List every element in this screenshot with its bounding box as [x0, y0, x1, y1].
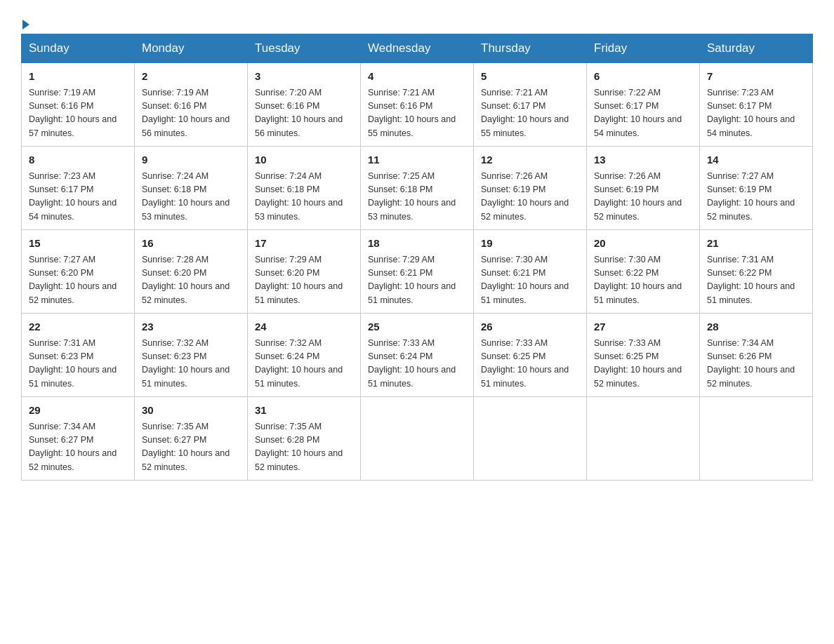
day-number: 24	[255, 319, 353, 335]
day-number: 26	[481, 319, 579, 335]
day-info: Sunrise: 7:27 AMSunset: 6:20 PMDaylight:…	[29, 253, 127, 308]
calendar-cell: 22 Sunrise: 7:31 AMSunset: 6:23 PMDaylig…	[22, 314, 135, 397]
day-number: 10	[255, 152, 353, 168]
calendar-cell: 29 Sunrise: 7:34 AMSunset: 6:27 PMDaylig…	[22, 397, 135, 481]
calendar-week-5: 29 Sunrise: 7:34 AMSunset: 6:27 PMDaylig…	[22, 397, 813, 481]
calendar-cell: 2 Sunrise: 7:19 AMSunset: 6:16 PMDayligh…	[135, 63, 248, 147]
calendar-cell: 5 Sunrise: 7:21 AMSunset: 6:17 PMDayligh…	[474, 63, 587, 147]
day-number: 6	[594, 69, 692, 85]
calendar-cell	[474, 397, 587, 481]
day-info: Sunrise: 7:23 AMSunset: 6:17 PMDaylight:…	[29, 170, 127, 224]
calendar-body: 1 Sunrise: 7:19 AMSunset: 6:16 PMDayligh…	[22, 63, 813, 481]
day-info: Sunrise: 7:28 AMSunset: 6:20 PMDaylight:…	[142, 253, 240, 308]
calendar-cell: 31 Sunrise: 7:35 AMSunset: 6:28 PMDaylig…	[248, 397, 361, 481]
day-header-sunday: Sunday	[22, 34, 135, 63]
day-number: 15	[29, 236, 127, 252]
day-number: 25	[368, 319, 466, 335]
day-info: Sunrise: 7:30 AMSunset: 6:22 PMDaylight:…	[594, 253, 692, 308]
day-info: Sunrise: 7:33 AMSunset: 6:25 PMDaylight:…	[594, 337, 692, 391]
day-info: Sunrise: 7:33 AMSunset: 6:25 PMDaylight:…	[481, 337, 579, 391]
day-number: 17	[255, 236, 353, 252]
day-info: Sunrise: 7:19 AMSunset: 6:16 PMDaylight:…	[142, 86, 240, 141]
calendar-cell: 13 Sunrise: 7:26 AMSunset: 6:19 PMDaylig…	[587, 147, 700, 230]
calendar-cell	[700, 397, 813, 481]
day-info: Sunrise: 7:29 AMSunset: 6:21 PMDaylight:…	[368, 253, 466, 308]
calendar-header: SundayMondayTuesdayWednesdayThursdayFrid…	[22, 34, 813, 63]
calendar-cell: 6 Sunrise: 7:22 AMSunset: 6:17 PMDayligh…	[587, 63, 700, 147]
day-number: 8	[29, 152, 127, 168]
day-info: Sunrise: 7:32 AMSunset: 6:23 PMDaylight:…	[142, 337, 240, 391]
day-number: 21	[707, 236, 805, 252]
calendar-cell: 27 Sunrise: 7:33 AMSunset: 6:25 PMDaylig…	[587, 314, 700, 397]
day-number: 4	[368, 69, 466, 85]
day-info: Sunrise: 7:35 AMSunset: 6:27 PMDaylight:…	[142, 420, 240, 475]
day-info: Sunrise: 7:29 AMSunset: 6:20 PMDaylight:…	[255, 253, 353, 308]
day-info: Sunrise: 7:34 AMSunset: 6:27 PMDaylight:…	[29, 420, 127, 475]
page-header	[21, 14, 813, 27]
calendar-cell: 30 Sunrise: 7:35 AMSunset: 6:27 PMDaylig…	[135, 397, 248, 481]
calendar-cell: 17 Sunrise: 7:29 AMSunset: 6:20 PMDaylig…	[248, 230, 361, 314]
calendar-cell: 16 Sunrise: 7:28 AMSunset: 6:20 PMDaylig…	[135, 230, 248, 314]
day-number: 13	[594, 152, 692, 168]
calendar-cell: 23 Sunrise: 7:32 AMSunset: 6:23 PMDaylig…	[135, 314, 248, 397]
day-header-saturday: Saturday	[700, 34, 813, 63]
day-number: 5	[481, 69, 579, 85]
day-info: Sunrise: 7:34 AMSunset: 6:26 PMDaylight:…	[707, 337, 805, 391]
day-info: Sunrise: 7:25 AMSunset: 6:18 PMDaylight:…	[368, 170, 466, 224]
calendar-cell	[587, 397, 700, 481]
day-info: Sunrise: 7:24 AMSunset: 6:18 PMDaylight:…	[255, 170, 353, 224]
day-number: 12	[481, 152, 579, 168]
calendar-week-2: 8 Sunrise: 7:23 AMSunset: 6:17 PMDayligh…	[22, 147, 813, 230]
calendar-cell: 3 Sunrise: 7:20 AMSunset: 6:16 PMDayligh…	[248, 63, 361, 147]
calendar-cell: 19 Sunrise: 7:30 AMSunset: 6:21 PMDaylig…	[474, 230, 587, 314]
day-info: Sunrise: 7:26 AMSunset: 6:19 PMDaylight:…	[481, 170, 579, 224]
day-number: 22	[29, 319, 127, 335]
day-info: Sunrise: 7:31 AMSunset: 6:22 PMDaylight:…	[707, 253, 805, 308]
day-number: 31	[255, 403, 353, 419]
calendar-week-1: 1 Sunrise: 7:19 AMSunset: 6:16 PMDayligh…	[22, 63, 813, 147]
day-header-monday: Monday	[135, 34, 248, 63]
day-number: 19	[481, 236, 579, 252]
day-info: Sunrise: 7:21 AMSunset: 6:16 PMDaylight:…	[368, 86, 466, 141]
day-number: 2	[142, 69, 240, 85]
calendar-cell: 25 Sunrise: 7:33 AMSunset: 6:24 PMDaylig…	[361, 314, 474, 397]
calendar-cell: 26 Sunrise: 7:33 AMSunset: 6:25 PMDaylig…	[474, 314, 587, 397]
day-number: 16	[142, 236, 240, 252]
calendar-week-3: 15 Sunrise: 7:27 AMSunset: 6:20 PMDaylig…	[22, 230, 813, 314]
day-info: Sunrise: 7:30 AMSunset: 6:21 PMDaylight:…	[481, 253, 579, 308]
calendar-cell: 8 Sunrise: 7:23 AMSunset: 6:17 PMDayligh…	[22, 147, 135, 230]
day-number: 20	[594, 236, 692, 252]
calendar-cell: 4 Sunrise: 7:21 AMSunset: 6:16 PMDayligh…	[361, 63, 474, 147]
day-header-wednesday: Wednesday	[361, 34, 474, 63]
day-info: Sunrise: 7:19 AMSunset: 6:16 PMDaylight:…	[29, 86, 127, 141]
day-number: 11	[368, 152, 466, 168]
day-info: Sunrise: 7:33 AMSunset: 6:24 PMDaylight:…	[368, 337, 466, 391]
day-header-friday: Friday	[587, 34, 700, 63]
day-info: Sunrise: 7:21 AMSunset: 6:17 PMDaylight:…	[481, 86, 579, 141]
day-info: Sunrise: 7:31 AMSunset: 6:23 PMDaylight:…	[29, 337, 127, 391]
day-info: Sunrise: 7:32 AMSunset: 6:24 PMDaylight:…	[255, 337, 353, 391]
day-header-tuesday: Tuesday	[248, 34, 361, 63]
day-number: 7	[707, 69, 805, 85]
day-info: Sunrise: 7:35 AMSunset: 6:28 PMDaylight:…	[255, 420, 353, 475]
calendar-cell: 10 Sunrise: 7:24 AMSunset: 6:18 PMDaylig…	[248, 147, 361, 230]
calendar-cell: 14 Sunrise: 7:27 AMSunset: 6:19 PMDaylig…	[700, 147, 813, 230]
day-number: 28	[707, 319, 805, 335]
day-header-thursday: Thursday	[474, 34, 587, 63]
day-info: Sunrise: 7:23 AMSunset: 6:17 PMDaylight:…	[707, 86, 805, 141]
calendar-cell: 18 Sunrise: 7:29 AMSunset: 6:21 PMDaylig…	[361, 230, 474, 314]
calendar-cell	[361, 397, 474, 481]
day-number: 30	[142, 403, 240, 419]
day-info: Sunrise: 7:26 AMSunset: 6:19 PMDaylight:…	[594, 170, 692, 224]
calendar-cell: 7 Sunrise: 7:23 AMSunset: 6:17 PMDayligh…	[700, 63, 813, 147]
day-number: 3	[255, 69, 353, 85]
day-number: 18	[368, 236, 466, 252]
day-info: Sunrise: 7:27 AMSunset: 6:19 PMDaylight:…	[707, 170, 805, 224]
day-number: 29	[29, 403, 127, 419]
calendar-week-4: 22 Sunrise: 7:31 AMSunset: 6:23 PMDaylig…	[22, 314, 813, 397]
day-number: 9	[142, 152, 240, 168]
calendar-cell: 20 Sunrise: 7:30 AMSunset: 6:22 PMDaylig…	[587, 230, 700, 314]
day-number: 27	[594, 319, 692, 335]
calendar-table: SundayMondayTuesdayWednesdayThursdayFrid…	[21, 34, 813, 481]
calendar-cell: 21 Sunrise: 7:31 AMSunset: 6:22 PMDaylig…	[700, 230, 813, 314]
